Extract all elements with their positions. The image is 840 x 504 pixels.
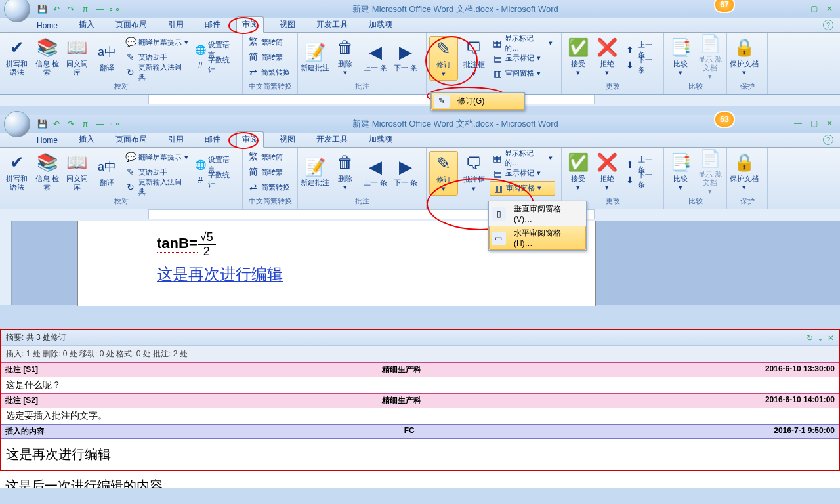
redo-icon[interactable]: ↷ (66, 119, 76, 129)
help-icon[interactable]: ? (823, 135, 833, 145)
hierarchy-icon[interactable]: ⚬⚬ (109, 4, 119, 14)
next-comment-button[interactable]: ▶下一 条 (391, 150, 420, 194)
balloon-button[interactable]: 🗨批注框 ▾ (459, 151, 488, 196)
tab-insert[interactable]: 插入 (74, 17, 100, 32)
comment-s2-header[interactable]: 批注 [S2] 精细生产科 2016-6-10 14:01:00 (1, 393, 839, 408)
menu-track-g[interactable]: ✎修订(G) (431, 93, 524, 110)
show-markup-final-button[interactable]: ▦显示标记的… ▾ (490, 36, 555, 51)
next-label: 下一条 (638, 170, 658, 190)
close-button[interactable]: ✕ (823, 119, 836, 129)
newcomment-button[interactable]: 📝新建批注 (301, 35, 329, 79)
update-ime-button[interactable]: ↻更新输入法词典 (123, 180, 191, 194)
show-markup-final-button[interactable]: ▦显示标记的… ▾ (490, 151, 555, 165)
comment-s1-header[interactable]: 批注 [S1] 精细生产科 2016-6-10 13:30:00 (1, 362, 839, 377)
accept-button[interactable]: ✅接受 ▾ (564, 150, 592, 194)
tab-home[interactable]: Home (32, 19, 63, 32)
pi-icon[interactable]: π (80, 119, 91, 129)
minimize-button[interactable]: — (791, 119, 805, 129)
minimize-button[interactable]: — (791, 4, 805, 14)
tc2sc-button[interactable]: 简简转繁 (245, 50, 295, 64)
reject-button[interactable]: ❌拒绝 ▾ (593, 150, 621, 194)
sc2tc-button[interactable]: 繁繁转简 (245, 35, 295, 49)
insert-header[interactable]: 插入的内容 FC 2016-7-1 9:50:00 (1, 424, 839, 439)
tab-mail[interactable]: 邮件 (200, 132, 226, 147)
tab-mail[interactable]: 邮件 (200, 17, 226, 32)
menu-vertical-pane[interactable]: ▯垂直审阅窗格(V)… (489, 201, 586, 226)
sc2tc-button[interactable]: 繁繁转简 (245, 150, 295, 164)
tab-dev[interactable]: 开发工具 (311, 132, 353, 147)
undo-icon[interactable]: ↶ (51, 4, 62, 14)
tab-view[interactable]: 视图 (274, 132, 301, 147)
save-icon[interactable]: 💾 (37, 119, 47, 129)
research-button[interactable]: 📚信息 检索 (33, 150, 62, 194)
newcomment-button[interactable]: 📝新建批注 (301, 150, 329, 194)
thesaurus-button[interactable]: 📖同义词库 (63, 150, 92, 194)
next-change-button[interactable]: ⬇下一条 (622, 58, 661, 72)
menu-horizontal-pane[interactable]: ▭水平审阅窗格(H)… (489, 226, 586, 250)
spell-button[interactable]: ✔拼写和 语法 (3, 150, 32, 194)
screentip-button[interactable]: 💬翻译屏幕提示 ▾ (123, 150, 191, 164)
compare-button[interactable]: 📑比较 ▾ (667, 35, 695, 79)
redo-icon[interactable]: ↷ (66, 4, 76, 14)
close-button[interactable]: ✕ (823, 4, 836, 14)
maximize-button[interactable]: ▢ (807, 4, 820, 14)
review-pane-button[interactable]: ▥审阅窗格 ▾ (490, 181, 555, 196)
tab-review[interactable]: 审阅 (236, 16, 264, 33)
help-icon[interactable]: ? (823, 20, 833, 30)
thesaurus-button[interactable]: 📖同义词库 (63, 35, 92, 79)
tab-reference[interactable]: 引用 (163, 17, 189, 32)
refresh-icon[interactable]: ↻ (807, 333, 813, 343)
next-comment-button[interactable]: ▶下一 条 (391, 35, 420, 79)
tab-insert[interactable]: 插入 (74, 132, 100, 147)
pi-icon[interactable]: π (80, 4, 91, 14)
undo-icon[interactable]: ↶ (51, 119, 62, 129)
track-button[interactable]: ✎修订 ▾ (429, 151, 458, 196)
show-markup-button[interactable]: ▤显示标记 ▾ (490, 166, 555, 180)
translate-button[interactable]: a中翻译 (93, 35, 121, 79)
reject-button[interactable]: ❌拒绝 ▾ (593, 35, 621, 79)
delete-button[interactable]: 🗑删除 ▾ (331, 150, 360, 194)
tab-addin[interactable]: 加载项 (364, 132, 398, 147)
wordcount-button[interactable]: #字数统计 (192, 173, 240, 187)
tab-view[interactable]: 视图 (274, 17, 301, 32)
scconv-button[interactable]: ⇄简繁转换 (245, 65, 295, 79)
balloon-button[interactable]: 🗨批注框 ▾ (459, 36, 488, 81)
edit-line[interactable]: 这是再次进行编辑 (157, 264, 516, 285)
translate-button[interactable]: a中翻译 (93, 150, 121, 194)
delete-button[interactable]: 🗑删除 ▾ (331, 35, 360, 79)
save-icon[interactable]: 💾 (37, 4, 47, 14)
tc2sc-button[interactable]: 简简转繁 (245, 165, 295, 179)
tab-layout[interactable]: 页面布局 (110, 132, 152, 147)
show-markup-button[interactable]: ▤显示标记 ▾ (490, 51, 555, 66)
wordcount-button[interactable]: #字数统计 (192, 58, 240, 72)
spell-button[interactable]: ✔拼写和 语法 (3, 35, 32, 79)
screentip-button[interactable]: 💬翻译屏幕提示 ▾ (123, 35, 191, 49)
accept-button[interactable]: ✅接受 ▾ (564, 35, 592, 79)
track-dropdown: ✎修订(G) (430, 92, 525, 110)
tab-reference[interactable]: 引用 (163, 132, 189, 147)
dash-icon[interactable]: — (94, 119, 105, 129)
nextc-label: 下一 条 (394, 64, 417, 72)
maximize-button[interactable]: ▢ (807, 119, 820, 129)
tab-addin[interactable]: 加载项 (364, 17, 398, 32)
research-button[interactable]: 📚信息 检索 (33, 35, 62, 79)
prev-comment-button[interactable]: ◀上一 条 (361, 35, 390, 79)
tab-home[interactable]: Home (32, 134, 63, 147)
hierarchy-icon[interactable]: ⚬⚬ (109, 119, 119, 129)
compare-button[interactable]: 📑比较 ▾ (667, 150, 695, 194)
tab-review[interactable]: 审阅 (236, 131, 264, 148)
close-pane-icon[interactable]: ✕ (828, 333, 834, 343)
review-pane-button[interactable]: ▥审阅窗格 ▾ (490, 66, 555, 81)
scconv-button[interactable]: ⇄简繁转换 (245, 180, 295, 194)
protect-button[interactable]: 🔒保护文档 ▾ (730, 150, 759, 194)
collapse-icon[interactable]: ⌄ (817, 333, 824, 343)
tab-layout[interactable]: 页面布局 (110, 17, 152, 32)
tab-dev[interactable]: 开发工具 (311, 17, 353, 32)
office-button[interactable] (4, 111, 30, 137)
protect-button[interactable]: 🔒保护文档 ▾ (730, 35, 759, 79)
prev-comment-button[interactable]: ◀上一 条 (361, 150, 390, 194)
track-button[interactable]: ✎修订 ▾ (429, 36, 458, 81)
dash-icon[interactable]: — (94, 4, 105, 14)
update-ime-button[interactable]: ↻更新输入法词典 (123, 65, 191, 79)
next-change-button[interactable]: ⬇下一条 (622, 173, 661, 187)
